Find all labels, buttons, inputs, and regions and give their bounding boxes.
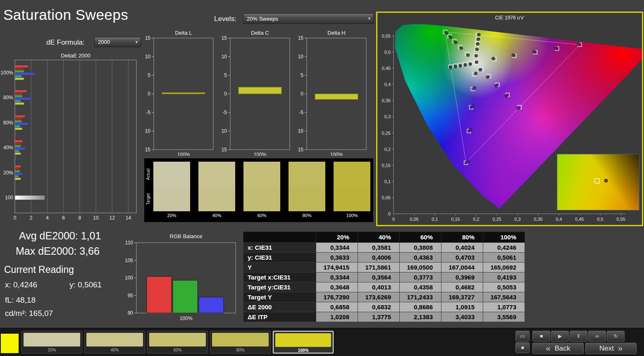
measured-marker	[469, 129, 472, 131]
de-bar	[15, 170, 20, 172]
next-button-label: Next	[599, 344, 614, 353]
saturation-swatch-20%: 20%	[153, 162, 190, 220]
de-formula-dropdown[interactable]: 2000 ▼	[94, 37, 141, 47]
table-cell: 1,0773	[483, 302, 525, 312]
table-row: ΔE 20000,68580,68320,86861,09151,0773	[243, 302, 525, 312]
y-tick-label: -15	[298, 147, 303, 153]
pause-button[interactable]: ‖	[570, 331, 587, 342]
y-tick-label: 110	[125, 240, 133, 246]
play-button[interactable]: ▶	[551, 331, 569, 342]
table-cell: 171,5861	[358, 263, 400, 272]
actual-swatch	[243, 162, 280, 186]
y-tick-label: 90	[128, 310, 134, 316]
x-tick-label: 2	[30, 215, 33, 221]
de-bar	[15, 100, 21, 102]
x-tick-label: 14	[126, 215, 131, 221]
measured-marker	[517, 107, 520, 110]
target-swatch	[334, 186, 370, 211]
measured-marker	[475, 48, 478, 51]
pattern-level-40%-button[interactable]: 40%	[84, 331, 145, 354]
white-de-bar	[15, 196, 45, 200]
x-tick-label: 8	[78, 215, 81, 221]
measurement-table: 20%40%60%80%100%x: CIE310,33440,35810,38…	[243, 232, 525, 322]
delta-h-chart: 151050-5-10-15Delta H100%	[298, 30, 368, 156]
measured-marker	[449, 66, 452, 69]
y-tick-label: 5	[301, 72, 303, 78]
de-bar	[15, 128, 22, 130]
measured-marker	[464, 64, 467, 67]
table-cell: 0,4193	[483, 272, 525, 282]
y-tick-label: 15	[222, 35, 227, 41]
pattern-level-20%-button[interactable]: 20%	[21, 331, 82, 354]
measured-marker	[477, 33, 480, 36]
pattern-level-80%-button[interactable]: 80%	[210, 331, 271, 354]
table-cell: 0,3344	[316, 272, 358, 282]
chevron-down-icon: ▼	[131, 40, 138, 44]
chevron-right-icon: »	[618, 344, 623, 353]
rgb-bar-blue	[199, 297, 224, 313]
table-cell: 0,4358	[400, 282, 441, 292]
y-tick-label: 95	[128, 293, 134, 299]
column-header-40%: 40%	[358, 232, 400, 243]
pattern-level-100%-button[interactable]: 100%	[273, 331, 334, 354]
avg-de2000-readout: Avg dE2000: 1,01	[19, 230, 101, 242]
chevron-down-icon: ▼	[364, 17, 371, 21]
de-bar	[15, 70, 24, 72]
loop-button[interactable]: ↻	[607, 331, 625, 342]
table-cell: 0,3969	[441, 272, 483, 282]
y-tick-label: 0,55	[382, 33, 391, 38]
y-tick-label: 15	[298, 35, 304, 41]
table-cell: 173,6269	[358, 292, 400, 302]
patch-color	[86, 333, 143, 346]
levels-dropdown[interactable]: 20% Sweeps ▼	[243, 13, 374, 24]
y-tick-label: 0	[388, 211, 391, 216]
table-cell: 174,9415	[316, 263, 358, 272]
y-group-label: 40%	[3, 145, 13, 151]
target-swatch	[289, 186, 325, 211]
delta-bar	[315, 94, 358, 100]
pattern-level-60%-button[interactable]: 60%	[147, 331, 208, 354]
swatch-label: 80%	[289, 213, 325, 218]
next-button[interactable]: Next »	[585, 343, 637, 354]
table-row: y: CIE310,36330,40060,43630,47030,5061	[243, 253, 525, 263]
y-tick-label: 0,25	[382, 131, 391, 136]
stop-button[interactable]: ■	[532, 331, 550, 342]
saturation-swatch-60%: 60%	[243, 162, 280, 220]
actual-swatch	[334, 162, 370, 186]
de-bar	[15, 123, 28, 125]
table-cell: 0,6858	[316, 302, 358, 312]
table-cell: 167,5643	[483, 292, 525, 302]
x-axis-label: 100%	[177, 152, 190, 156]
de-bar	[15, 175, 19, 177]
table-cell: 167,0044	[441, 263, 483, 272]
measured-marker	[533, 50, 536, 53]
pattern-window-button[interactable]: ■	[515, 342, 530, 353]
de-bar	[15, 65, 28, 67]
pattern-small-button[interactable]: ▭	[515, 331, 530, 342]
x-tick-label: 0	[392, 217, 395, 222]
chart-title: RGB Balance	[170, 233, 203, 239]
continuous-measure-button[interactable]: ∞	[588, 331, 606, 342]
table-cell: 0,4682	[441, 282, 483, 292]
measured-marker	[449, 36, 452, 39]
y-tick-label: 105	[125, 258, 133, 263]
table-cell: 169,3727	[441, 292, 483, 302]
y-tick-label: 0,3	[384, 114, 391, 119]
x-tick-label: 0,3	[514, 217, 520, 222]
y-tick-label: 100	[125, 275, 133, 281]
swatch-label: 40%	[198, 213, 235, 218]
back-button[interactable]: « Back	[532, 343, 584, 354]
de-bar	[15, 145, 21, 147]
swatch-label: 20%	[153, 213, 190, 218]
inset-measured-marker	[604, 179, 608, 182]
y-tick-label: 0	[301, 91, 303, 97]
patch-color	[212, 333, 269, 346]
patch-label: 100%	[274, 348, 333, 353]
table-row: Y174,9415171,5861169,0500167,0044165,069…	[243, 263, 525, 272]
de-bar	[15, 98, 31, 100]
y-tick-label: -5	[222, 110, 227, 115]
x-tick-label: 10	[93, 215, 99, 221]
column-header-80%: 80%	[441, 232, 483, 243]
table-cell: 0,6832	[358, 302, 400, 312]
x-tick-label: 0	[14, 215, 17, 221]
